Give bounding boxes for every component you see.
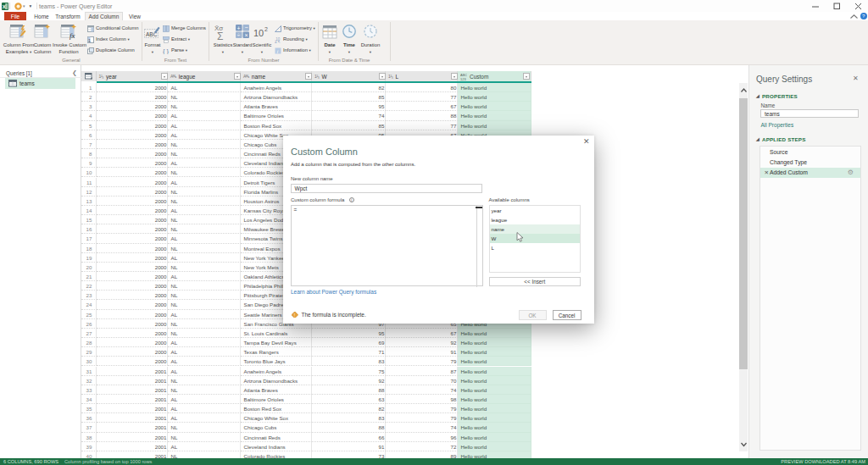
svg-text:÷: ÷ — [237, 32, 241, 38]
svg-text:1: 1 — [88, 38, 91, 43]
svg-text:4.5: 4.5 — [275, 41, 281, 44]
svg-text:!: ! — [294, 313, 295, 317]
svg-text:Σ: Σ — [217, 30, 223, 41]
svg-text:123: 123 — [460, 76, 466, 80]
svg-text:10: 10 — [253, 28, 264, 38]
svg-text:2: 2 — [264, 26, 268, 32]
svg-text:X: X — [2, 4, 5, 9]
svg-text:×: × — [245, 32, 248, 38]
svg-text:+: + — [237, 25, 241, 31]
svg-text:{ }: { } — [163, 47, 170, 54]
svg-text:fx: fx — [70, 31, 75, 40]
svg-text:−: − — [245, 25, 248, 30]
